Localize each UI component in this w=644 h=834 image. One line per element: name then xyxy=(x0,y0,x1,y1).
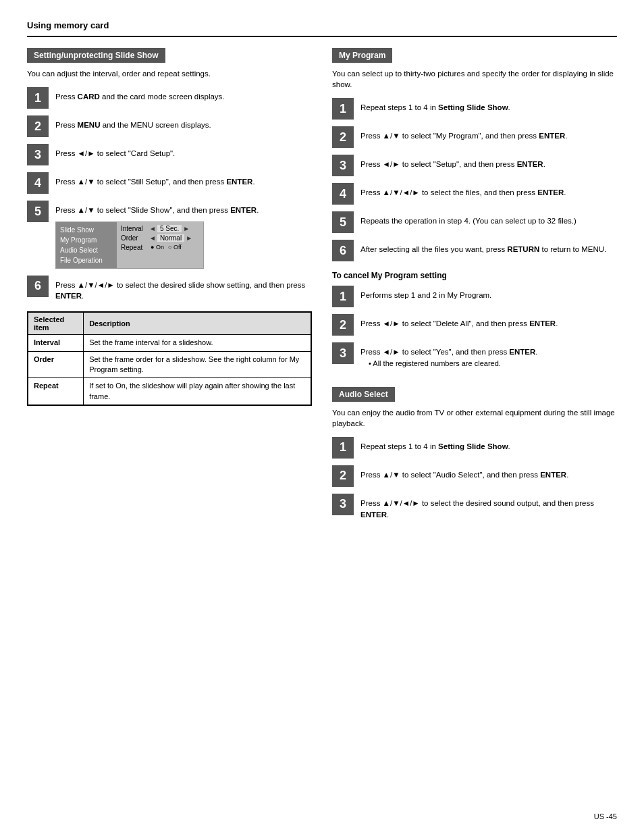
mp-step-text-4: Press ▲/▼/◄/► to select the files, and t… xyxy=(360,183,566,199)
as-step-text-3: Press ▲/▼/◄/► to select the desired soun… xyxy=(360,494,617,520)
step-text-5: Press ▲/▼ to select "Slide Show", and th… xyxy=(55,201,312,216)
repeat-name: Repeat xyxy=(28,378,84,405)
step-text-4: Press ▲/▼ to select "Still Setup", and t… xyxy=(55,172,255,188)
step-num-6: 6 xyxy=(27,276,49,297)
order-desc: Set the frame order for a slideshow. See… xyxy=(84,351,311,378)
order-right-arrow: ► xyxy=(186,234,192,242)
menu-settings: Interval ◄ 5 Sec. ► Order ◄ Normal ► xyxy=(117,222,203,268)
step-text-2: Press MENU and the MENU screen displays. xyxy=(55,115,211,131)
as-step-1: 1 Repeat steps 1 to 4 in Setting Slide S… xyxy=(332,437,617,459)
table-row-repeat: Repeat If set to On, the slideshow will … xyxy=(28,378,311,405)
as-step-num-2: 2 xyxy=(332,465,354,487)
mp-step-num-1: 1 xyxy=(332,98,354,120)
order-name: Order xyxy=(28,351,84,378)
menu-item-fileoperation: File Operation xyxy=(56,255,117,265)
table-header-desc: Description xyxy=(84,313,311,335)
menu-item-slideshow: Slide Show xyxy=(56,225,117,235)
as-step-3: 3 Press ▲/▼/◄/► to select the desired so… xyxy=(332,494,617,520)
step-text-3: Press ◄/► to select "Card Setup". xyxy=(55,144,175,159)
step-num-5: 5 xyxy=(27,201,49,222)
step-3: 3 Press ◄/► to select "Card Setup". xyxy=(27,144,312,165)
step-2: 2 Press MENU and the MENU screen display… xyxy=(27,115,312,137)
table-header-item: Selected item xyxy=(28,313,84,335)
my-program-header: My Program xyxy=(332,48,392,63)
interval-desc: Set the frame interval for a slideshow. xyxy=(84,335,311,351)
cp-step-1: 1 Performs step 1 and 2 in My Program. xyxy=(332,286,617,307)
page-title: Using memory card xyxy=(27,20,617,30)
step-num-4: 4 xyxy=(27,172,49,194)
cp-step-3-note: • All the registered numbers are cleared… xyxy=(369,359,501,367)
as-step-text-2: Press ▲/▼ to select "Audio Select", and … xyxy=(360,465,568,481)
table-row-interval: Interval Set the frame interval for a sl… xyxy=(28,335,311,351)
settings-table: Selected item Description Interval Set t… xyxy=(27,311,312,406)
mp-step-num-5: 5 xyxy=(332,211,354,233)
mp-step-text-2: Press ▲/▼ to select "My Program", and th… xyxy=(360,126,567,142)
step-num-1: 1 xyxy=(27,87,49,109)
interval-name: Interval xyxy=(28,335,84,351)
interval-value: 5 Sec. xyxy=(157,225,182,232)
mp-step-4: 4 Press ▲/▼/◄/► to select the files, and… xyxy=(332,183,617,205)
left-section-intro: You can adjust the interval, order and r… xyxy=(27,68,312,79)
cp-step-text-1: Performs step 1 and 2 in My Program. xyxy=(360,286,491,301)
step-num-3: 3 xyxy=(27,144,49,165)
repeat-desc: If set to On, the slideshow will play ag… xyxy=(84,378,311,405)
step-5-area: 5 Press ▲/▼ to select "Slide Show", and … xyxy=(27,201,312,269)
interval-row: Interval ◄ 5 Sec. ► xyxy=(121,225,199,232)
mp-step-1: 1 Repeat steps 1 to 4 in Setting Slide S… xyxy=(332,98,617,120)
step-num-2: 2 xyxy=(27,115,49,137)
mp-step-num-3: 3 xyxy=(332,155,354,176)
step-text-6: Press ▲/▼/◄/► to select the desired slid… xyxy=(55,276,312,302)
as-step-num-3: 3 xyxy=(332,494,354,515)
cp-step-num-1: 1 xyxy=(332,286,354,307)
cp-step-text-3: Press ◄/► to select "Yes", and then pres… xyxy=(360,342,538,369)
order-row: Order ◄ Normal ► xyxy=(121,234,199,242)
step-text-1: Press CARD and the card mode screen disp… xyxy=(55,87,225,103)
mp-step-text-3: Press ◄/► to select "Setup", and then pr… xyxy=(360,155,545,170)
as-step-text-1: Repeat steps 1 to 4 in Setting Slide Sho… xyxy=(360,437,510,452)
menu-item-audioselect: Audio Select xyxy=(56,245,117,255)
repeat-row: Repeat ● On ○ Off xyxy=(121,244,199,251)
interval-right-arrow: ► xyxy=(183,225,190,232)
table-row-order: Order Set the frame order for a slidesho… xyxy=(28,351,311,378)
my-program-intro: You can select up to thirty-two pictures… xyxy=(332,68,617,90)
as-step-num-1: 1 xyxy=(332,437,354,459)
mp-step-num-6: 6 xyxy=(332,240,354,261)
right-column: My Program You can select up to thirty-t… xyxy=(332,48,617,527)
cp-step-3: 3 Press ◄/► to select "Yes", and then pr… xyxy=(332,342,617,369)
order-label: Order xyxy=(121,234,148,242)
repeat-off: ○ Off xyxy=(168,244,182,251)
mp-step-5: 5 Repeats the operation in step 4. (You … xyxy=(332,211,617,233)
as-step-2: 2 Press ▲/▼ to select "Audio Select", an… xyxy=(332,465,617,487)
mp-step-text-5: Repeats the operation in step 4. (You ca… xyxy=(360,211,576,227)
order-value: Normal xyxy=(157,234,184,242)
repeat-label: Repeat xyxy=(121,244,148,251)
menu-item-myprogram: My Program xyxy=(56,235,117,245)
interval-label: Interval xyxy=(121,225,148,232)
cp-step-num-2: 2 xyxy=(332,314,354,336)
cp-step-text-2: Press ◄/► to select "Delete All", and th… xyxy=(360,314,558,330)
order-left-arrow: ◄ xyxy=(149,234,156,242)
left-section-header: Setting/unprotecting Slide Show xyxy=(27,48,165,63)
mp-step-3: 3 Press ◄/► to select "Setup", and then … xyxy=(332,155,617,176)
cp-step-2: 2 Press ◄/► to select "Delete All", and … xyxy=(332,314,617,336)
menu-list: Slide Show My Program Audio Select File … xyxy=(56,222,117,268)
left-column: Setting/unprotecting Slide Show You can … xyxy=(27,48,312,527)
mp-step-6: 6 After selecting all the files you want… xyxy=(332,240,617,261)
audio-select-header: Audio Select xyxy=(332,387,395,402)
interval-left-arrow: ◄ xyxy=(149,225,156,232)
step-6: 6 Press ▲/▼/◄/► to select the desired sl… xyxy=(27,276,312,302)
mp-step-text-6: After selecting all the files you want, … xyxy=(360,240,606,255)
page-number: US -45 xyxy=(594,812,617,820)
step-1: 1 Press CARD and the card mode screen di… xyxy=(27,87,312,109)
mp-step-2: 2 Press ▲/▼ to select "My Program", and … xyxy=(332,126,617,148)
cancel-program-header: To cancel My Program setting xyxy=(332,271,617,280)
slide-show-menu: Slide Show My Program Audio Select File … xyxy=(55,221,204,269)
step-4: 4 Press ▲/▼ to select "Still Setup", and… xyxy=(27,172,312,194)
audio-select-intro: You can enjoy the audio from TV or other… xyxy=(332,407,617,429)
repeat-on: ● On xyxy=(151,244,164,251)
cp-step-num-3: 3 xyxy=(332,342,354,364)
mp-step-num-2: 2 xyxy=(332,126,354,148)
mp-step-num-4: 4 xyxy=(332,183,354,205)
mp-step-text-1: Repeat steps 1 to 4 in Setting Slide Sho… xyxy=(360,98,510,113)
